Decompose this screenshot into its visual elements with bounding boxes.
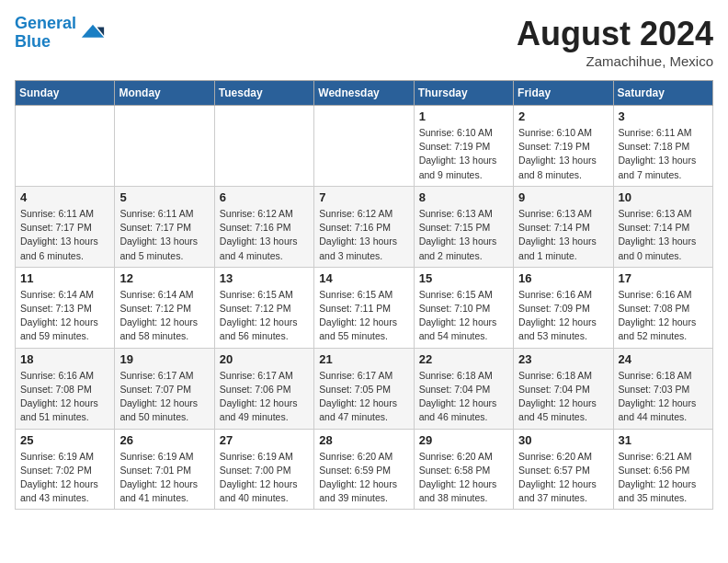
day-header: Thursday (414, 81, 513, 106)
calendar-cell: 16Sunrise: 6:16 AM Sunset: 7:09 PM Dayli… (514, 267, 613, 348)
calendar-week-row: 25Sunrise: 6:19 AM Sunset: 7:02 PM Dayli… (16, 429, 713, 510)
day-number: 21 (319, 352, 408, 366)
day-number: 14 (319, 271, 408, 285)
calendar-cell: 23Sunrise: 6:18 AM Sunset: 7:04 PM Dayli… (514, 348, 613, 429)
calendar-cell: 5Sunrise: 6:11 AM Sunset: 7:17 PM Daylig… (115, 186, 214, 267)
day-info: Sunrise: 6:13 AM Sunset: 7:14 PM Dayligh… (619, 207, 708, 263)
day-info: Sunrise: 6:20 AM Sunset: 6:57 PM Dayligh… (518, 450, 608, 506)
day-info: Sunrise: 6:10 AM Sunset: 7:19 PM Dayligh… (518, 126, 608, 182)
day-number: 3 (619, 109, 708, 123)
calendar-cell: 29Sunrise: 6:20 AM Sunset: 6:58 PM Dayli… (414, 429, 513, 510)
calendar-week-row: 11Sunrise: 6:14 AM Sunset: 7:13 PM Dayli… (16, 267, 713, 348)
day-info: Sunrise: 6:15 AM Sunset: 7:11 PM Dayligh… (319, 288, 408, 344)
day-info: Sunrise: 6:18 AM Sunset: 7:04 PM Dayligh… (518, 369, 608, 425)
day-header: Wednesday (314, 81, 414, 106)
day-number: 18 (20, 352, 109, 366)
calendar-body: 1Sunrise: 6:10 AM Sunset: 7:19 PM Daylig… (16, 106, 713, 510)
main-title: August 2024 (517, 15, 713, 53)
day-number: 10 (619, 190, 708, 204)
calendar-cell: 11Sunrise: 6:14 AM Sunset: 7:13 PM Dayli… (16, 267, 115, 348)
day-number: 16 (518, 271, 608, 285)
day-number: 17 (619, 271, 708, 285)
day-number: 1 (419, 109, 508, 123)
day-number: 13 (220, 271, 309, 285)
calendar-cell: 12Sunrise: 6:14 AM Sunset: 7:12 PM Dayli… (115, 267, 214, 348)
calendar-cell: 13Sunrise: 6:15 AM Sunset: 7:12 PM Dayli… (214, 267, 313, 348)
day-number: 15 (419, 271, 508, 285)
calendar-cell: 17Sunrise: 6:16 AM Sunset: 7:08 PM Dayli… (613, 267, 712, 348)
calendar-cell: 6Sunrise: 6:12 AM Sunset: 7:16 PM Daylig… (214, 186, 313, 267)
calendar-cell: 20Sunrise: 6:17 AM Sunset: 7:06 PM Dayli… (214, 348, 313, 429)
day-number: 25 (20, 433, 109, 447)
day-info: Sunrise: 6:12 AM Sunset: 7:16 PM Dayligh… (319, 207, 408, 263)
day-info: Sunrise: 6:18 AM Sunset: 7:03 PM Dayligh… (619, 369, 708, 425)
calendar-cell: 25Sunrise: 6:19 AM Sunset: 7:02 PM Dayli… (16, 429, 115, 510)
calendar-cell: 31Sunrise: 6:21 AM Sunset: 6:56 PM Dayli… (613, 429, 712, 510)
day-info: Sunrise: 6:21 AM Sunset: 6:56 PM Dayligh… (619, 450, 708, 506)
calendar-cell: 21Sunrise: 6:17 AM Sunset: 7:05 PM Dayli… (314, 348, 414, 429)
title-block: August 2024 Zamachihue, Mexico (517, 15, 713, 69)
day-info: Sunrise: 6:13 AM Sunset: 7:14 PM Dayligh… (518, 207, 608, 263)
day-info: Sunrise: 6:14 AM Sunset: 7:12 PM Dayligh… (119, 288, 209, 344)
day-info: Sunrise: 6:19 AM Sunset: 7:02 PM Dayligh… (20, 450, 109, 506)
day-number: 30 (518, 433, 608, 447)
day-info: Sunrise: 6:12 AM Sunset: 7:16 PM Dayligh… (220, 207, 309, 263)
calendar-cell: 8Sunrise: 6:13 AM Sunset: 7:15 PM Daylig… (414, 186, 513, 267)
day-info: Sunrise: 6:17 AM Sunset: 7:05 PM Dayligh… (319, 369, 408, 425)
calendar-week-row: 18Sunrise: 6:16 AM Sunset: 7:08 PM Dayli… (16, 348, 713, 429)
day-number: 19 (119, 352, 209, 366)
day-info: Sunrise: 6:16 AM Sunset: 7:08 PM Dayligh… (20, 369, 109, 425)
calendar-cell (314, 106, 414, 187)
day-number: 20 (220, 352, 309, 366)
day-info: Sunrise: 6:16 AM Sunset: 7:09 PM Dayligh… (518, 288, 608, 344)
day-info: Sunrise: 6:19 AM Sunset: 7:01 PM Dayligh… (119, 450, 209, 506)
day-info: Sunrise: 6:10 AM Sunset: 7:19 PM Dayligh… (419, 126, 508, 182)
day-info: Sunrise: 6:15 AM Sunset: 7:12 PM Dayligh… (220, 288, 309, 344)
calendar-cell: 15Sunrise: 6:15 AM Sunset: 7:10 PM Dayli… (414, 267, 513, 348)
day-number: 31 (619, 433, 708, 447)
day-number: 2 (518, 109, 608, 123)
day-info: Sunrise: 6:18 AM Sunset: 7:04 PM Dayligh… (419, 369, 508, 425)
day-info: Sunrise: 6:11 AM Sunset: 7:18 PM Dayligh… (619, 126, 708, 182)
subtitle: Zamachihue, Mexico (517, 53, 713, 69)
day-number: 7 (319, 190, 408, 204)
calendar-week-row: 4Sunrise: 6:11 AM Sunset: 7:17 PM Daylig… (16, 186, 713, 267)
page-header: GeneralBlue August 2024 Zamachihue, Mexi… (15, 15, 713, 69)
day-header: Tuesday (214, 81, 313, 106)
calendar-cell: 28Sunrise: 6:20 AM Sunset: 6:59 PM Dayli… (314, 429, 414, 510)
calendar-cell (115, 106, 214, 187)
calendar-cell: 19Sunrise: 6:17 AM Sunset: 7:07 PM Dayli… (115, 348, 214, 429)
calendar-cell: 24Sunrise: 6:18 AM Sunset: 7:03 PM Dayli… (613, 348, 712, 429)
day-info: Sunrise: 6:13 AM Sunset: 7:15 PM Dayligh… (419, 207, 508, 263)
day-number: 12 (119, 271, 209, 285)
day-number: 8 (419, 190, 508, 204)
day-number: 29 (419, 433, 508, 447)
day-info: Sunrise: 6:19 AM Sunset: 7:00 PM Dayligh… (220, 450, 309, 506)
day-number: 6 (220, 190, 309, 204)
calendar-cell: 3Sunrise: 6:11 AM Sunset: 7:18 PM Daylig… (613, 106, 712, 187)
logo-text: GeneralBlue (15, 15, 76, 52)
logo: GeneralBlue (15, 15, 106, 52)
day-info: Sunrise: 6:16 AM Sunset: 7:08 PM Dayligh… (619, 288, 708, 344)
calendar-cell (16, 106, 115, 187)
day-number: 11 (20, 271, 109, 285)
day-number: 26 (119, 433, 209, 447)
day-number: 24 (619, 352, 708, 366)
calendar-cell: 10Sunrise: 6:13 AM Sunset: 7:14 PM Dayli… (613, 186, 712, 267)
calendar-cell: 14Sunrise: 6:15 AM Sunset: 7:11 PM Dayli… (314, 267, 414, 348)
day-number: 4 (20, 190, 109, 204)
calendar-cell: 9Sunrise: 6:13 AM Sunset: 7:14 PM Daylig… (514, 186, 613, 267)
day-header: Friday (514, 81, 613, 106)
day-info: Sunrise: 6:14 AM Sunset: 7:13 PM Dayligh… (20, 288, 109, 344)
day-number: 27 (220, 433, 309, 447)
day-number: 9 (518, 190, 608, 204)
day-header: Saturday (613, 81, 712, 106)
calendar-cell: 22Sunrise: 6:18 AM Sunset: 7:04 PM Dayli… (414, 348, 513, 429)
calendar-cell: 7Sunrise: 6:12 AM Sunset: 7:16 PM Daylig… (314, 186, 414, 267)
calendar-cell: 1Sunrise: 6:10 AM Sunset: 7:19 PM Daylig… (414, 106, 513, 187)
calendar-cell: 30Sunrise: 6:20 AM Sunset: 6:57 PM Dayli… (514, 429, 613, 510)
calendar-cell: 18Sunrise: 6:16 AM Sunset: 7:08 PM Dayli… (16, 348, 115, 429)
day-header: Sunday (16, 81, 115, 106)
day-header: Monday (115, 81, 214, 106)
day-info: Sunrise: 6:17 AM Sunset: 7:06 PM Dayligh… (220, 369, 309, 425)
